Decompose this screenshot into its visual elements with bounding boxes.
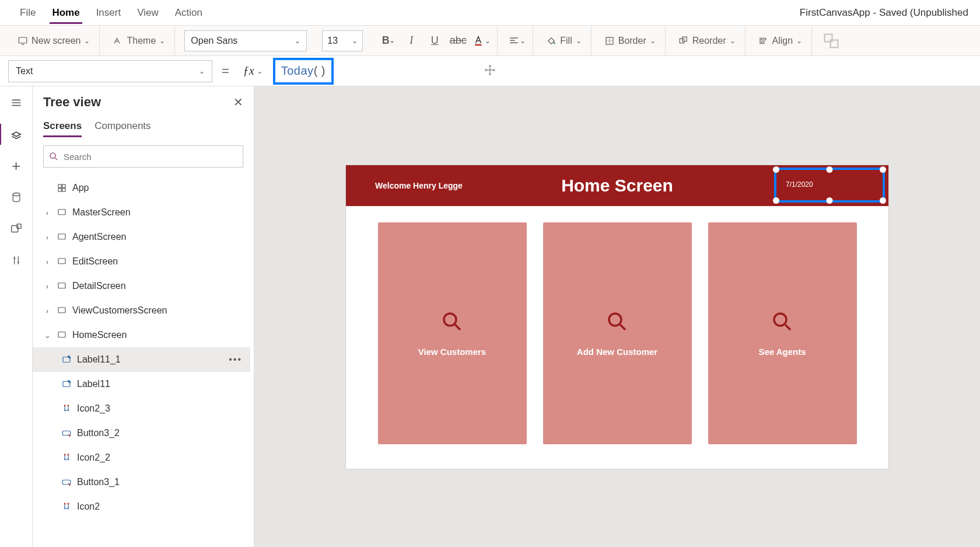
- top-menubar: File Home Insert View Action FirstCanvas…: [0, 0, 980, 26]
- font-color-button[interactable]: ⌄: [471, 31, 491, 51]
- tree-node-control[interactable]: Label11_1•••: [33, 347, 250, 372]
- text-align-button[interactable]: ⌄: [507, 31, 527, 51]
- svg-rect-22: [58, 308, 65, 313]
- screen-icon: [56, 231, 68, 243]
- svg-rect-23: [58, 332, 65, 337]
- tab-components[interactable]: Components: [94, 117, 150, 137]
- canvas-card[interactable]: Add New Customer: [543, 222, 692, 444]
- tree-node-control[interactable]: Icon2: [33, 494, 250, 519]
- svg-point-34: [444, 313, 456, 326]
- app-icon: [56, 182, 68, 194]
- tree-view-title: Tree view: [43, 95, 101, 110]
- new-screen-button[interactable]: New screen⌄: [14, 33, 93, 48]
- menu-insert[interactable]: Insert: [88, 2, 130, 23]
- tree-node-control[interactable]: Label11: [33, 372, 250, 396]
- magnifier-icon: [605, 309, 629, 336]
- tree-node-screen[interactable]: ›ViewCustomersScreen: [33, 298, 250, 323]
- card-label: Add New Customer: [577, 347, 657, 357]
- tree-node-control[interactable]: Button3_2: [33, 421, 250, 445]
- font-family-select[interactable]: Open Sans⌄: [184, 30, 307, 51]
- svg-point-32: [64, 503, 66, 504]
- tree-node-control[interactable]: Button3_1: [33, 470, 250, 494]
- more-button[interactable]: •••: [229, 354, 242, 365]
- strikethrough-button[interactable]: abc: [448, 31, 468, 51]
- formula-input-highlight[interactable]: Today( ): [273, 58, 334, 85]
- rail-tree-view[interactable]: [8, 126, 24, 142]
- tree-node-screen[interactable]: ⌄HomeScreen: [33, 323, 250, 347]
- tree-node-control[interactable]: Icon2_2: [33, 445, 250, 470]
- svg-rect-15: [62, 184, 65, 187]
- svg-rect-16: [58, 189, 61, 191]
- fx-button[interactable]: ƒx⌄: [239, 64, 267, 78]
- rail-tools[interactable]: [8, 252, 24, 269]
- menu-view[interactable]: View: [129, 2, 167, 23]
- reorder-button[interactable]: Reorder⌄: [675, 33, 739, 48]
- svg-rect-5: [682, 37, 687, 41]
- tree-node-control[interactable]: Icon2_3: [33, 396, 250, 421]
- tree-node-screen[interactable]: ›EditScreen: [33, 249, 250, 274]
- resize-handle[interactable]: [773, 166, 779, 173]
- font-size-select[interactable]: 13⌄: [322, 30, 363, 51]
- rail-insert[interactable]: +: [8, 158, 24, 174]
- resize-handle[interactable]: [880, 197, 886, 204]
- rail-hamburger[interactable]: [8, 95, 24, 111]
- menu-action[interactable]: Action: [167, 2, 211, 23]
- tree-node-screen[interactable]: ›AgentScreen: [33, 225, 250, 249]
- canvas-date-text: 7/1/2020: [786, 180, 813, 189]
- menu-file[interactable]: File: [12, 2, 44, 23]
- italic-button[interactable]: I: [401, 31, 421, 51]
- resize-handle[interactable]: [827, 197, 833, 204]
- formula-bar: Text⌄ = ƒx⌄ Today( ): [0, 56, 980, 86]
- work-area: + Tree view ✕ Screens Components: [0, 86, 980, 547]
- svg-point-33: [68, 503, 69, 504]
- canvas-area[interactable]: Welcome Henry Legge Home Screen 7/1/2020…: [254, 86, 980, 547]
- reorder-icon: [678, 36, 689, 46]
- canvas-cards-row: View CustomersAdd New CustomerSee Agents: [346, 206, 888, 444]
- svg-rect-0: [19, 37, 27, 43]
- close-panel-button[interactable]: ✕: [233, 95, 243, 109]
- tree-node-screen[interactable]: ›DetailScreen: [33, 274, 250, 298]
- screen-icon: [56, 305, 68, 316]
- resize-handle[interactable]: [773, 197, 779, 204]
- svg-point-35: [609, 313, 621, 326]
- align-icon: [508, 35, 520, 47]
- theme-button[interactable]: Theme⌄: [109, 33, 169, 48]
- label-icon: [61, 378, 72, 390]
- tree-node-screen[interactable]: ›MasterScreen: [33, 200, 250, 225]
- canvas-card[interactable]: See Agents: [708, 222, 857, 444]
- screen-icon: [56, 207, 68, 218]
- canvas-card[interactable]: View Customers: [378, 222, 527, 444]
- tree-search-input[interactable]: [64, 152, 238, 162]
- card-label: See Agents: [758, 347, 806, 357]
- svg-rect-28: [62, 431, 71, 435]
- border-icon: [604, 36, 615, 46]
- property-select[interactable]: Text⌄: [8, 60, 212, 82]
- resize-handle[interactable]: [827, 166, 833, 173]
- fill-button[interactable]: Fill⌄: [542, 33, 584, 48]
- group-icon: [821, 31, 841, 51]
- menu-home[interactable]: Home: [44, 2, 88, 23]
- tab-screens[interactable]: Screens: [43, 117, 82, 137]
- formula-text: Today( ): [281, 64, 326, 78]
- svg-point-29: [64, 454, 66, 455]
- underline-button[interactable]: U: [425, 31, 444, 51]
- button-icon: [61, 476, 72, 488]
- move-handle-icon[interactable]: [484, 64, 496, 79]
- align-button[interactable]: Align⌄: [755, 33, 806, 48]
- tree-search[interactable]: [43, 145, 243, 168]
- button-icon: [61, 427, 72, 439]
- bold-button[interactable]: B⌄: [378, 31, 398, 51]
- border-button[interactable]: Border⌄: [601, 33, 659, 48]
- resize-handle[interactable]: [880, 166, 886, 173]
- group-button[interactable]: [821, 31, 841, 51]
- label-icon: [61, 354, 72, 365]
- svg-rect-19: [58, 234, 65, 239]
- rail-data[interactable]: [8, 189, 24, 205]
- tree-node-app[interactable]: App: [33, 176, 250, 200]
- svg-point-26: [64, 405, 66, 406]
- app-canvas[interactable]: Welcome Henry Legge Home Screen 7/1/2020…: [346, 165, 888, 469]
- rail-media[interactable]: [8, 221, 24, 237]
- selected-date-label[interactable]: 7/1/2020: [774, 168, 885, 203]
- svg-rect-1: [475, 44, 482, 46]
- icon-icon: [61, 452, 72, 464]
